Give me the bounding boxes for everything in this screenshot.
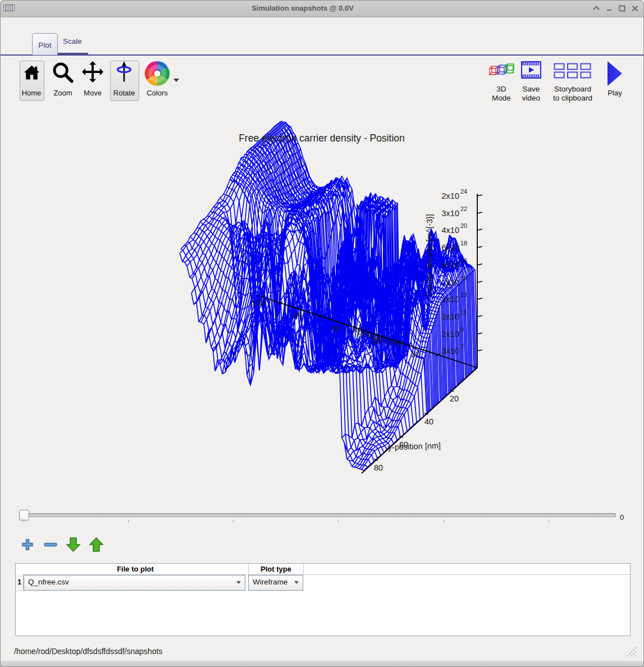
svg-text:y-position [nm]: y-position [nm] <box>387 441 441 451</box>
svg-text:13: 13 <box>460 291 467 298</box>
svg-text:22: 22 <box>460 205 467 212</box>
svg-text:80: 80 <box>293 311 302 320</box>
svg-text:Carrier density [m^{-3}]: Carrier density [m^{-3}] <box>425 214 434 297</box>
svg-text:60: 60 <box>332 324 341 333</box>
svg-text:7: 7 <box>460 343 464 350</box>
svg-text:2x10: 2x10 <box>442 312 459 321</box>
svg-text:3x10: 3x10 <box>442 209 459 218</box>
svg-text:1x10: 1x10 <box>442 278 459 287</box>
svg-text:80: 80 <box>374 463 383 472</box>
svg-text:2x10: 2x10 <box>442 191 459 200</box>
svg-text:20: 20 <box>411 350 420 359</box>
svg-text:6x10: 6x10 <box>442 243 459 252</box>
svg-text:1x10: 1x10 <box>442 295 459 304</box>
svg-text:24: 24 <box>460 188 467 195</box>
svg-text:9: 9 <box>460 326 464 333</box>
svg-text:11: 11 <box>460 309 467 316</box>
svg-text:15: 15 <box>460 275 467 281</box>
svg-text:16: 16 <box>460 257 467 264</box>
svg-text:2x10: 2x10 <box>442 330 459 339</box>
svg-text:40: 40 <box>424 417 433 426</box>
svg-text:Free electron carrier density: Free electron carrier density - Position <box>239 133 405 144</box>
svg-text:18: 18 <box>460 240 467 246</box>
svg-text:4x10: 4x10 <box>442 226 459 235</box>
svg-text:100: 100 <box>252 298 265 307</box>
svg-text:3x10: 3x10 <box>442 346 459 355</box>
svg-text:20: 20 <box>460 222 467 229</box>
svg-text:8x10: 8x10 <box>442 261 459 269</box>
svg-text:20: 20 <box>450 394 459 403</box>
